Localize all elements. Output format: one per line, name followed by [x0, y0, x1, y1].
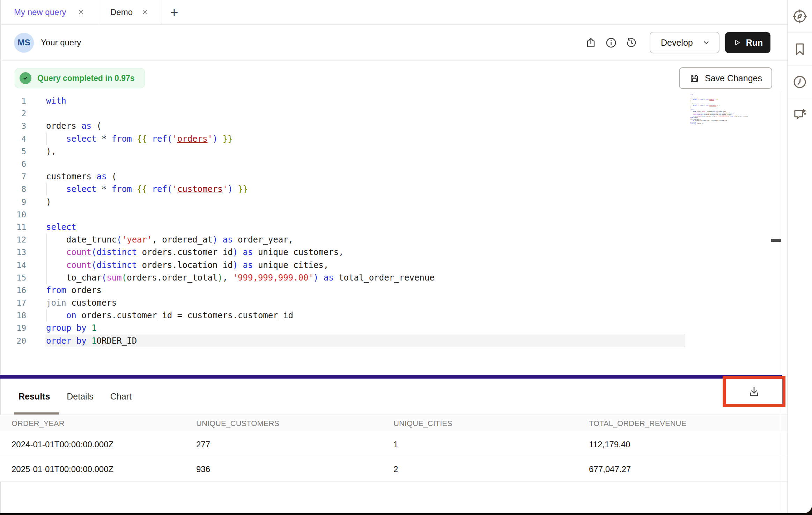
code-line[interactable]: 5), [0, 145, 787, 158]
code-line[interactable]: 10 [0, 208, 787, 221]
code-text: ), [26, 147, 56, 156]
table-row[interactable]: 2024-01-01T00:00:00.000Z2771112,179.40 [0, 432, 787, 457]
avatar: MS [14, 33, 34, 53]
line-number: 19 [0, 323, 26, 333]
line-number: 2 [0, 109, 26, 118]
code-text: count(distinct orders.location_id) as un… [26, 260, 329, 270]
code-line[interactable]: 18 on orders.customer_id = customers.cus… [0, 309, 787, 322]
save-changes-button[interactable]: Save Changes [679, 67, 772, 89]
save-changes-label: Save Changes [705, 73, 762, 83]
code-line[interactable]: 17join customers [0, 297, 787, 309]
code-text: count(distinct orders.customer_id) as un… [26, 247, 344, 257]
column-header: UNIQUE_CITIES [393, 419, 589, 428]
results-resize-handle[interactable] [0, 375, 782, 379]
editor-minimap[interactable]: with orders as ( select * from {{ ref('o… [690, 94, 748, 125]
minimap-line: order by 1ORDER_ID [690, 123, 748, 125]
code-line[interactable]: 15 to_char(sum(orders.order_total), '999… [0, 271, 787, 284]
editor-tab-my-new-query[interactable]: My new query [0, 0, 99, 24]
line-number: 8 [0, 185, 26, 194]
results-tab-details[interactable]: Details [67, 391, 93, 402]
download-results-button[interactable] [726, 379, 782, 404]
code-line[interactable]: 9) [0, 196, 787, 208]
query-header: MS Your query Develop Run [0, 25, 787, 61]
code-text: to_char(sum(orders.order_total), '999,99… [26, 273, 435, 283]
results-tab-chart[interactable]: Chart [110, 391, 132, 402]
close-icon[interactable] [76, 8, 86, 17]
code-line[interactable]: 19group by 1 [0, 322, 787, 334]
code-lines: 1with23orders as (4 select * from {{ ref… [0, 92, 787, 347]
code-line[interactable]: 3orders as ( [0, 120, 787, 132]
annotation-highlight-box [723, 376, 785, 407]
main-pane: My new queryDemo+ MS Your query Develop … [0, 0, 787, 515]
info-button[interactable] [601, 32, 621, 53]
code-text: select * from {{ ref('orders') }} [26, 134, 233, 144]
history-button[interactable] [621, 32, 641, 53]
tab-label: Demo [110, 7, 133, 17]
table-cell: 936 [196, 464, 393, 474]
ai-chat-icon [792, 107, 808, 123]
run-button[interactable]: Run [725, 32, 770, 53]
line-number: 14 [0, 261, 26, 270]
code-text: order by 1ORDER_ID [26, 336, 137, 346]
column-header: UNIQUE_CUSTOMERS [196, 419, 393, 428]
code-line[interactable]: 12 date_trunc('year', ordered_at) as ord… [0, 233, 787, 246]
develop-button-label: Develop [661, 38, 693, 48]
code-text: customers as ( [26, 172, 117, 181]
code-line[interactable]: 2 [0, 107, 787, 120]
line-number: 3 [0, 121, 26, 130]
results-table-header: ORDER_YEARUNIQUE_CUSTOMERSUNIQUE_CITIEST… [0, 415, 787, 432]
code-text: group by 1 [26, 323, 97, 333]
results-tab-results[interactable]: Results [19, 391, 50, 402]
code-line[interactable]: 13 count(distinct orders.customer_id) as… [0, 246, 787, 259]
code-text: date_trunc('year', ordered_at) as order_… [26, 235, 293, 245]
play-icon [733, 38, 741, 47]
code-line[interactable]: 4 select * from {{ ref('orders') }} [0, 133, 787, 145]
tab-label: My new query [14, 7, 66, 17]
chevron-down-icon [702, 38, 710, 47]
history-clock-button[interactable] [788, 66, 812, 98]
header-action-icons [581, 32, 641, 53]
add-tab-button[interactable]: + [162, 0, 186, 24]
code-text: orders as ( [26, 121, 102, 131]
scrollbar-thumb[interactable] [771, 239, 781, 242]
code-line[interactable]: 6 [0, 158, 787, 170]
code-line[interactable]: 16from orders [0, 284, 787, 297]
line-number: 4 [0, 134, 26, 143]
results-panel: ResultsDetailsChart ORDER_YEARUNIQUE_CUS… [0, 379, 787, 482]
close-icon[interactable] [140, 8, 149, 17]
app-window: My new queryDemo+ MS Your query Develop … [0, 0, 812, 515]
code-text: select * from {{ ref('customers') }} [26, 184, 248, 194]
download-icon [747, 385, 761, 398]
editor-tab-demo[interactable]: Demo [99, 0, 162, 24]
develop-button[interactable]: Develop [650, 32, 719, 53]
history-icon [625, 37, 637, 49]
table-cell: 2025-01-01T00:00:00.000Z [0, 464, 196, 474]
line-number: 9 [0, 197, 26, 207]
code-editor[interactable]: 1with23orders as (4 select * from {{ ref… [0, 92, 787, 375]
bookmark-icon [792, 41, 808, 57]
table-row[interactable]: 2025-01-01T00:00:00.000Z9362677,047.27 [0, 457, 787, 482]
line-number: 10 [0, 210, 26, 219]
share-icon [585, 37, 597, 49]
code-line[interactable]: 1with [0, 95, 787, 107]
code-text: from orders [26, 285, 102, 295]
line-number: 5 [0, 147, 26, 156]
code-line[interactable]: 8 select * from {{ ref('customers') }} [0, 183, 787, 195]
share-button[interactable] [581, 32, 601, 53]
code-text: ) [26, 197, 51, 207]
code-line[interactable]: 14 count(distinct orders.location_id) as… [0, 259, 787, 271]
results-tab-bar: ResultsDetailsChart [0, 379, 787, 415]
bookmark-button[interactable] [788, 33, 812, 66]
ai-chat-button[interactable] [788, 98, 812, 131]
line-number: 18 [0, 311, 26, 320]
line-number: 6 [0, 159, 26, 169]
scrollbar-track [781, 91, 781, 512]
info-icon [605, 37, 617, 49]
compass-button[interactable] [788, 0, 812, 33]
query-status-text: Query completed in 0.97s [37, 74, 135, 83]
code-line[interactable]: 7customers as ( [0, 170, 787, 183]
column-header: ORDER_YEAR [0, 419, 196, 428]
right-sidebar [787, 0, 812, 513]
code-line[interactable]: 11select [0, 221, 787, 233]
code-line[interactable]: 20order by 1ORDER_ID [0, 335, 787, 347]
